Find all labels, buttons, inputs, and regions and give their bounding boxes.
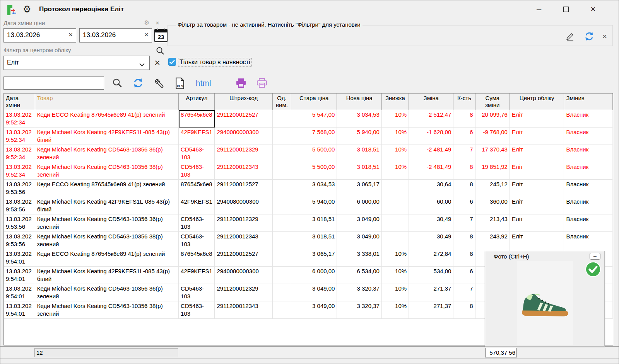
table-cell[interactable]: 13.03.202 9:52:34 [4, 110, 35, 128]
table-cell[interactable] [272, 162, 291, 180]
table-cell[interactable] [272, 145, 291, 162]
table-cell[interactable]: 5 500,00 [291, 145, 337, 162]
table-cell[interactable]: 13.03.202 9:52:34 [4, 128, 35, 145]
table-cell[interactable]: 360,00 [475, 197, 510, 214]
table-cell[interactable] [272, 214, 291, 232]
table-cell[interactable] [272, 110, 291, 128]
table-cell[interactable]: CD5463-103 [179, 232, 215, 249]
table-cell[interactable]: 6 [453, 197, 475, 214]
table-cell[interactable]: 30,49 [409, 214, 453, 232]
table-cell[interactable] [381, 214, 409, 232]
table-cell[interactable]: 272,84 [409, 249, 453, 267]
table-cell[interactable]: Кеди Michael Kors Keating CD5463-10356 3… [35, 214, 178, 232]
table-cell[interactable]: Еліт [510, 162, 564, 180]
table-cell[interactable]: Кеди ECCO Keating 876545к6е89 41(р) зеле… [35, 249, 178, 267]
table-cell[interactable]: 5 940,00 [291, 197, 337, 214]
table-cell[interactable]: 10% [381, 267, 409, 284]
table-cell[interactable]: 6 000,00 [337, 197, 381, 214]
table-cell[interactable]: Власник [564, 197, 613, 214]
table-cell[interactable]: 6 534,00 [337, 267, 381, 284]
table-cell[interactable] [272, 284, 291, 301]
column-header[interactable]: Артикул [179, 94, 215, 110]
table-cell[interactable] [381, 197, 409, 214]
table-cell[interactable]: 3 049,00 [291, 284, 337, 301]
maximize-button[interactable] [557, 3, 575, 16]
table-cell[interactable]: 2911200012343 [215, 301, 273, 319]
table-cell[interactable]: 13.03.202 9:54:01 [4, 249, 35, 267]
table-cell[interactable] [272, 249, 291, 267]
table-cell[interactable]: 3 065,17 [337, 180, 381, 197]
column-header[interactable]: Стара ціна [291, 94, 337, 110]
table-cell[interactable]: 42F9KEFS1 [179, 267, 215, 284]
table-cell[interactable]: 30,49 [409, 232, 453, 249]
print-button[interactable] [235, 77, 247, 89]
table-cell[interactable]: Власник [564, 162, 613, 180]
table-cell[interactable]: Кеди Michael Kors Keating 42F9KEFS1L-085… [35, 267, 178, 284]
date-to-input[interactable]: 13.03.2026 × [79, 28, 152, 43]
column-header[interactable]: Штрих-код [215, 94, 273, 110]
table-cell[interactable]: 3 018,51 [291, 232, 337, 249]
gear-icon[interactable]: ⚙ [23, 4, 31, 15]
table-cell[interactable]: 8 [453, 180, 475, 197]
table-cell[interactable]: 10% [381, 301, 409, 319]
table-cell[interactable]: 2911200012527 [215, 249, 273, 267]
table-cell[interactable]: 13.03.202 9:53:56 [4, 232, 35, 249]
column-header[interactable]: Змінив [564, 94, 613, 110]
table-cell[interactable]: Власник [564, 214, 613, 232]
table-cell[interactable]: 2911200012343 [215, 162, 273, 180]
column-header[interactable]: Дата зміни [4, 94, 35, 110]
table-cell[interactable]: 10% [381, 249, 409, 267]
center-search-icon[interactable] [155, 46, 165, 58]
table-cell[interactable]: 2911200012329 [215, 214, 273, 232]
table-cell[interactable]: Кеди Michael Kors Keating CD5463-10356 3… [35, 301, 178, 319]
table-cell[interactable]: Кеди Michael Kors Keating 42F9KEFS1L-085… [35, 128, 178, 145]
table-cell[interactable]: 6 [453, 267, 475, 284]
table-cell[interactable]: -9 768,00 [475, 128, 510, 145]
table-cell[interactable]: 3 049,00 [337, 214, 381, 232]
table-cell[interactable]: 5 940,00 [337, 128, 381, 145]
table-cell[interactable]: Еліт [510, 214, 564, 232]
table-cell[interactable]: 10% [381, 128, 409, 145]
table-cell[interactable]: 6 [453, 128, 475, 145]
date-filter-close-icon[interactable]: × [156, 19, 159, 27]
table-cell[interactable]: 8 [453, 162, 475, 180]
column-header[interactable]: Сума зміни [475, 94, 510, 110]
refresh-filter-button[interactable] [583, 30, 595, 43]
table-cell[interactable]: Кеди Michael Kors Keating CD5463-10356 3… [35, 232, 178, 249]
table-cell[interactable]: Кеди Michael Kors Keating CD5463-10356 3… [35, 284, 178, 301]
table-cell[interactable]: 7 [453, 284, 475, 301]
center-dropdown[interactable]: Еліт [3, 56, 150, 70]
center-clear-button[interactable]: × [154, 57, 160, 68]
table-cell[interactable]: 2911200012527 [215, 180, 273, 197]
minimize-button[interactable]: – [530, 3, 547, 16]
table-cell[interactable]: 3 065,17 [291, 249, 337, 267]
in-stock-checkbox[interactable] [168, 58, 176, 66]
table-cell[interactable]: 3 320,37 [337, 301, 381, 319]
table-cell[interactable]: 3 049,00 [337, 232, 381, 249]
export-html-button[interactable]: html [195, 77, 212, 89]
table-cell[interactable]: 8 [453, 249, 475, 267]
table-cell[interactable]: 8 [453, 301, 475, 319]
table-cell[interactable]: CD5463-103 [179, 301, 215, 319]
table-cell[interactable]: 10% [381, 145, 409, 162]
table-cell[interactable]: 13.03.202 9:54:01 [4, 267, 35, 284]
table-cell[interactable]: Еліт [510, 145, 564, 162]
table-cell[interactable]: Власник [564, 110, 613, 128]
table-cell[interactable]: 13.03.202 9:54:01 [4, 284, 35, 301]
calendar-button[interactable]: 23 [154, 29, 168, 42]
table-cell[interactable]: 42F9KEFS1 [179, 197, 215, 214]
table-cell[interactable]: Кеди Michael Kors Keating CD5463-10356 3… [35, 145, 178, 162]
table-cell[interactable]: 271,37 [409, 284, 453, 301]
table-cell[interactable]: 3 034,53 [337, 110, 381, 128]
table-cell[interactable]: CD5463-103 [179, 214, 215, 232]
table-cell[interactable]: 13.03.202 9:52:34 [4, 162, 35, 180]
column-header[interactable]: Од. вим. [272, 94, 291, 110]
table-cell[interactable]: Еліт [510, 232, 564, 249]
table-cell[interactable]: 3 018,51 [291, 214, 337, 232]
table-cell[interactable]: 245,12 [475, 180, 510, 197]
column-header[interactable]: Нова ціна [337, 94, 381, 110]
edit-filter-button[interactable] [564, 30, 576, 43]
table-cell[interactable]: Кеди ECCO Keating 876545к6е89 41(р) зеле… [35, 180, 178, 197]
table-cell[interactable]: 3 034,53 [291, 180, 337, 197]
refresh-button[interactable] [132, 77, 144, 89]
